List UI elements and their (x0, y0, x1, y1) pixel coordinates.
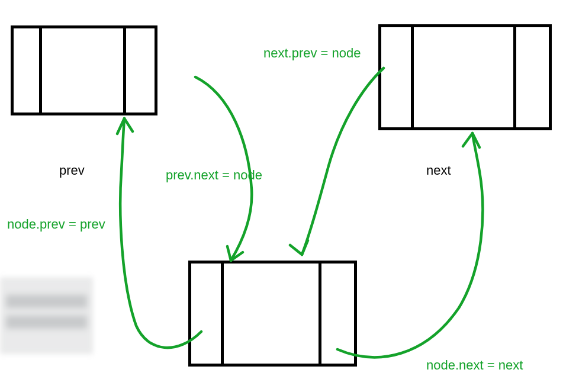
node-inserted-cell-next (321, 264, 354, 364)
annotation-node-next: node.next = next (426, 358, 523, 373)
node-prev-cell-prev (14, 28, 42, 113)
node-next-cell-prev (381, 27, 414, 127)
watermark-block (0, 277, 93, 354)
node-next-cell-data (414, 27, 516, 127)
node-box-inserted (188, 261, 357, 367)
node-inserted-cell-data (224, 264, 321, 364)
annotation-prev-next: prev.next = node (166, 168, 262, 183)
annotation-next-prev: next.prev = node (263, 46, 361, 61)
annotation-node-prev: node.prev = prev (7, 217, 105, 232)
node-prev-cell-data (42, 28, 126, 113)
node-next-cell-next (516, 27, 549, 127)
node-box-next (378, 24, 552, 130)
arrowhead-into-node-right (290, 240, 308, 255)
arrow-next-prev-to-node (302, 68, 384, 255)
arrowhead-into-node-left (227, 246, 243, 261)
node-prev-cell-next (126, 28, 155, 113)
label-next: next (426, 163, 451, 178)
arrowhead-into-next (463, 133, 480, 147)
arrowhead-into-prev (117, 118, 133, 134)
arrow-node-next-to-next (337, 133, 482, 357)
node-box-prev (11, 25, 157, 115)
node-inserted-cell-prev (191, 264, 224, 364)
label-prev: prev (59, 163, 85, 178)
